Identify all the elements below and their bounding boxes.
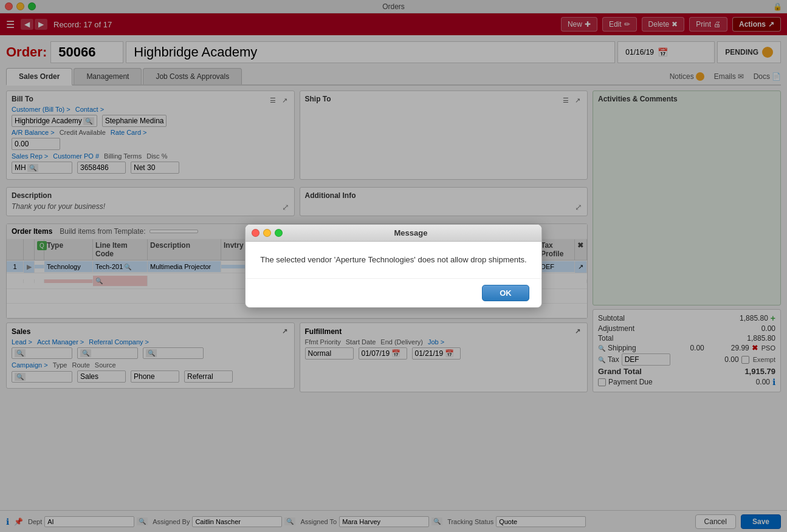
modal-titlebar: Message [246, 225, 541, 242]
modal-maximize-button[interactable] [275, 229, 283, 237]
message-modal: Message The selected vendor 'Aperture Te… [245, 224, 541, 308]
modal-close-button[interactable] [252, 229, 259, 237]
modal-message: The selected vendor 'Aperture Technologi… [246, 242, 541, 278]
modal-footer: OK [246, 278, 541, 307]
modal-ok-button[interactable]: OK [482, 285, 529, 301]
modal-title: Message [286, 228, 535, 237]
modal-minimize-button[interactable] [263, 229, 271, 237]
modal-overlay: Message The selected vendor 'Aperture Te… [0, 0, 787, 532]
